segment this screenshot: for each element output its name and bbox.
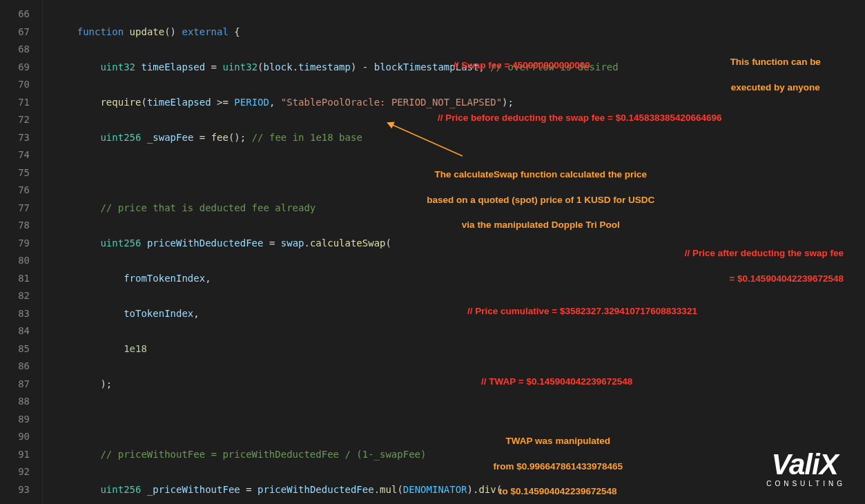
line-number: 76 xyxy=(6,182,30,200)
line-number: 79 xyxy=(6,235,30,253)
line-number: 84 xyxy=(6,322,30,340)
line-number: 71 xyxy=(6,94,30,112)
logo-subtitle: CONSULTING xyxy=(764,481,846,487)
line-number: 85 xyxy=(6,340,30,358)
code-line xyxy=(54,164,865,182)
line-number: 78 xyxy=(6,217,30,235)
code-line: uint256 _priceWithoutFee = priceWithDedu… xyxy=(54,481,865,499)
code-editor: 66 67 68 69 70 71 72 73 74 75 76 77 78 7… xyxy=(0,0,865,504)
line-number: 92 xyxy=(6,463,30,481)
code-line xyxy=(54,411,865,429)
line-number: 70 xyxy=(6,76,30,94)
line-number-gutter: 66 67 68 69 70 71 72 73 74 75 76 77 78 7… xyxy=(0,0,43,504)
logo-name: ValiX xyxy=(764,450,846,479)
line-number: 68 xyxy=(6,41,30,59)
line-number: 81 xyxy=(6,270,30,288)
line-number: 80 xyxy=(6,252,30,270)
line-number: 91 xyxy=(6,446,30,464)
valix-logo: ValiX CONSULTING xyxy=(764,450,846,487)
line-number: 77 xyxy=(6,200,30,217)
line-number: 75 xyxy=(6,164,30,182)
line-number: 89 xyxy=(6,411,30,429)
line-number: 86 xyxy=(6,358,30,376)
line-number: 74 xyxy=(6,146,30,164)
code-line: uint256 priceWithDeductedFee = swap.calc… xyxy=(54,235,865,253)
code-line: require(timeElapsed >= PERIOD, "StablePo… xyxy=(54,94,865,112)
line-number: 87 xyxy=(6,376,30,394)
code-line: uint32 timeElapsed = uint32(block.timest… xyxy=(54,59,865,77)
code-line: // priceWithoutFee = priceWithDeductedFe… xyxy=(54,446,865,464)
line-number: 66 xyxy=(6,6,30,23)
line-number: 93 xyxy=(6,481,30,499)
code-line: // price that is deducted fee already xyxy=(54,200,865,217)
code-line: uint256 _swapFee = fee(); // fee in 1e18… xyxy=(54,129,865,147)
code-line: fromTokenIndex, xyxy=(54,270,865,288)
line-number: 72 xyxy=(6,111,30,129)
annotation-price-before: // Price before deducting the swap fee =… xyxy=(438,112,722,124)
code-line: 1e18 xyxy=(54,340,865,358)
code-line: function update() external { xyxy=(54,23,865,41)
line-number: 90 xyxy=(6,428,30,446)
line-number: 83 xyxy=(6,305,30,323)
code-line: ); xyxy=(54,376,865,394)
line-number: 73 xyxy=(6,129,30,147)
line-number: 82 xyxy=(6,287,30,305)
line-number: 69 xyxy=(6,59,30,77)
code-content[interactable]: function update() external { uint32 time… xyxy=(43,0,865,504)
line-number: 67 xyxy=(6,23,30,41)
line-number: 88 xyxy=(6,393,30,411)
code-line: toTokenIndex, xyxy=(54,305,865,323)
